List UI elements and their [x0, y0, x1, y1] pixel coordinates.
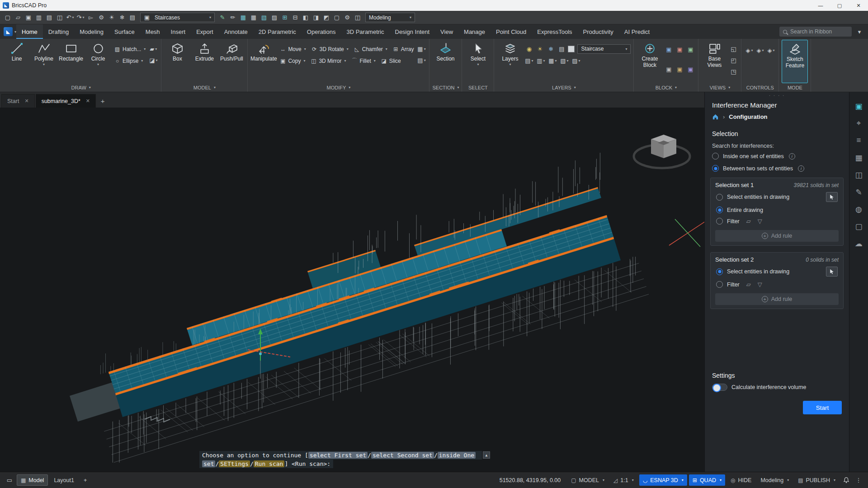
ribbon-search-input[interactable]: Search in Ribbon — [779, 27, 852, 37]
array-path-icon[interactable]: ▤▾ — [416, 55, 426, 65]
polyline-button[interactable]: Polyline ▾ — [31, 40, 57, 83]
command-option[interactable]: select Second set — [371, 452, 434, 459]
draw-group-caption[interactable]: DRAW▾ — [4, 83, 158, 92]
radio-icon[interactable] — [712, 153, 719, 160]
sketch-pencil-icon[interactable]: ✏ — [228, 13, 238, 23]
fillet-button[interactable]: ⌒Fillet▾ — [349, 56, 377, 66]
annotation-scale-item[interactable]: ◿1:1▾ — [610, 474, 637, 486]
ellipse-button[interactable]: ○ Ellipse ▾ — [112, 56, 147, 66]
layout1-tab[interactable]: Layout1 — [50, 474, 77, 486]
render-controls-icon[interactable]: ◈▾ — [755, 45, 765, 55]
section-view-icon[interactable]: ◱ — [728, 44, 738, 54]
select-button[interactable]: Select ▾ — [465, 40, 491, 83]
tab-manage[interactable]: Manage — [458, 24, 491, 39]
set1-entire-drawing-row[interactable]: Entire drawing — [715, 204, 839, 216]
line-button[interactable]: Line — [4, 40, 30, 83]
redo-icon[interactable]: ↷▾ — [75, 13, 85, 23]
create-block-button[interactable]: Create Block — [637, 40, 663, 83]
iso-left-icon[interactable]: ◧ — [301, 13, 311, 23]
minimize-button[interactable]: — — [811, 0, 830, 11]
tab-home[interactable]: Home — [16, 24, 43, 39]
undo-icon[interactable]: ↶▾ — [65, 13, 75, 23]
chamfer-button[interactable]: ◺Chamfer▾ — [352, 44, 389, 54]
manipulator-panel-icon[interactable]: ⌖ — [849, 115, 868, 132]
radio-icon[interactable] — [712, 165, 719, 172]
close-tab-icon[interactable]: ✕ — [86, 98, 90, 104]
save-all-icon[interactable]: ▥ — [34, 13, 44, 23]
copy-button[interactable]: ▣Copy▾ — [278, 56, 307, 66]
radio-icon[interactable] — [716, 268, 723, 275]
calculate-volume-toggle[interactable] — [712, 384, 727, 391]
staircases-layer-combo[interactable]: ▣ Staircases ▾ — [140, 13, 215, 22]
layers-button[interactable]: Layers ▾ — [497, 40, 523, 83]
tab-insert[interactable]: Insert — [165, 24, 191, 39]
open-file-icon[interactable]: ▱ — [13, 13, 23, 23]
blocks-panel-icon[interactable]: ▦ — [849, 149, 868, 166]
manipulate-button[interactable]: Manipulate — [250, 40, 277, 83]
snap-grid-2-icon[interactable]: ▦ — [249, 13, 259, 23]
view-cube[interactable] — [634, 135, 690, 168]
table-icon[interactable]: ⊞ — [280, 13, 290, 23]
array-button[interactable]: ⊞Array — [391, 44, 416, 54]
tab-productivity[interactable]: Productivity — [578, 24, 619, 39]
home-icon[interactable] — [712, 113, 719, 120]
layers-group-caption[interactable]: LAYERS▾ — [497, 83, 631, 92]
link-icon[interactable]: ◫ — [353, 13, 363, 23]
publish-item[interactable]: ▤PUBLISH▾ — [794, 474, 839, 486]
command-line[interactable]: Choose an option to continue [select Fir… — [199, 451, 490, 468]
sheets-panel-icon[interactable]: ◫ — [849, 166, 868, 183]
save-icon[interactable]: ▣ — [24, 13, 33, 23]
model-space-item[interactable]: ▢MODEL▾ — [567, 474, 608, 486]
iso-top-icon[interactable]: ◩ — [321, 13, 331, 23]
layer-freeze-icon[interactable]: ❄ — [546, 44, 556, 54]
modify-group-caption[interactable]: MODIFY▾ — [250, 83, 426, 92]
command-option[interactable]: Run scan — [254, 460, 285, 467]
workspace-item[interactable]: Modeling▾ — [757, 474, 793, 486]
region-icon[interactable]: ◪▾ — [148, 55, 158, 65]
new-file-icon[interactable]: ▢ — [3, 13, 13, 23]
circle-button[interactable]: Circle ▾ — [85, 40, 111, 83]
document-tab-submarine-3d-[interactable]: submarine_3D*✕ — [36, 94, 96, 108]
layer-print-icon[interactable]: ▤ — [557, 44, 566, 54]
iso-right-icon[interactable]: ◨ — [311, 13, 321, 23]
panel-drag-handle[interactable]: · · · · — [705, 92, 849, 99]
controls-group-caption[interactable]: CONTROLS — [744, 83, 776, 92]
sketch-feature-button[interactable]: Sketch Feature — [782, 40, 808, 83]
array-table-icon[interactable]: ▦▾ — [416, 44, 426, 54]
settings-icon[interactable]: ⚙ — [96, 13, 106, 23]
tab-annotate[interactable]: Annotate — [219, 24, 253, 39]
mirror3d-button[interactable]: ◫3D Mirror▾ — [308, 56, 348, 66]
layer-match-icon[interactable]: ▨▾ — [571, 56, 581, 66]
detail-view-icon[interactable]: ◰ — [728, 55, 738, 65]
current-layer-combo[interactable]: Staircase ▾ — [577, 44, 631, 54]
command-option[interactable]: SETtings — [219, 460, 250, 467]
tab-export[interactable]: Export — [191, 24, 219, 39]
slice-button[interactable]: ◪Slice — [379, 56, 403, 66]
refedit-icon[interactable]: ▣ — [685, 64, 695, 74]
set2-add-rule-button[interactable]: + Add rule — [715, 293, 839, 305]
pick-entities-button[interactable] — [826, 267, 838, 277]
set2-select-entities-row[interactable]: Select entities in drawing — [715, 264, 839, 279]
tab-3d-parametric[interactable]: 3D Parametric — [341, 24, 389, 39]
viewport-3d[interactable]: Choose an option to continue [select Fir… — [0, 108, 704, 472]
set1-select-entities-row[interactable]: Select entities in drawing — [715, 190, 839, 204]
model-group-caption[interactable]: MODEL▾ — [164, 83, 245, 92]
sun-icon[interactable]: ☀ — [107, 13, 117, 23]
close-tab-icon[interactable]: ✕ — [24, 98, 28, 104]
set1-add-rule-button[interactable]: + Add rule — [715, 230, 839, 242]
bricscad-menu-logo[interactable]: ◣ — [4, 27, 13, 36]
notification-bell-icon[interactable] — [841, 475, 851, 485]
monitor-icon[interactable]: ▢ — [332, 13, 342, 23]
layer-off-icon[interactable]: ▥▾ — [536, 56, 546, 66]
maximize-button[interactable]: ▢ — [830, 0, 849, 11]
ribbon-options-icon[interactable]: ▾ — [854, 27, 864, 37]
insert-block-icon[interactable]: ▣ — [664, 44, 674, 54]
command-option[interactable]: select First set — [308, 452, 368, 459]
filter-funnel-icon[interactable]: ▽ — [758, 281, 762, 288]
tab-view[interactable]: View — [435, 24, 458, 39]
hatch-button[interactable]: ▨ Hatch... ▾ — [112, 44, 147, 54]
tab-mesh[interactable]: Mesh — [140, 24, 165, 39]
layer-on-icon[interactable]: ◉ — [524, 44, 534, 54]
mode-group-caption[interactable]: MODE — [782, 83, 808, 92]
command-option[interactable]: inside One — [438, 452, 476, 459]
